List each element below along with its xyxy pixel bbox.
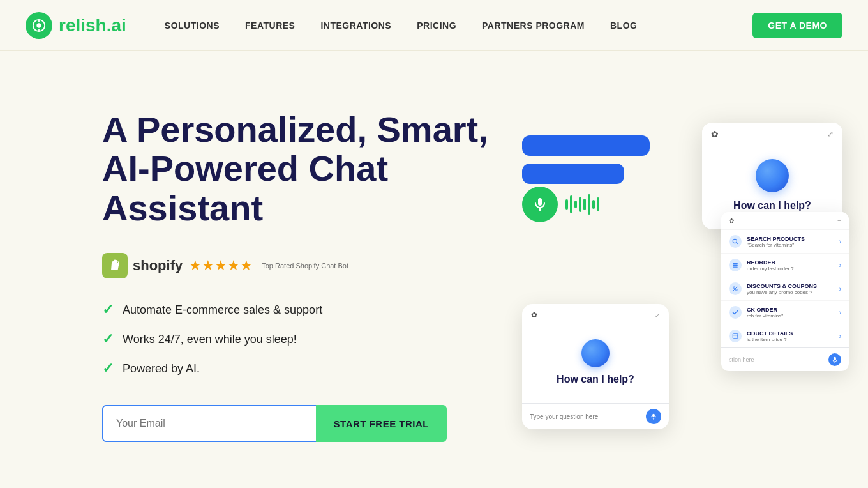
track-menu-icon [729, 306, 742, 319]
menu-mic-button[interactable] [828, 353, 841, 366]
nav-solutions[interactable]: SOLUTIONS [165, 20, 220, 31]
nav-links: SOLUTIONS FEATURES INTEGRATIONS PRICING … [165, 20, 753, 31]
wave-bar-2 [570, 195, 572, 213]
menu-arrow-reorder: › [839, 262, 841, 269]
shopify-logo: shopify [102, 253, 183, 278]
feature-text-3: Powered by AI. [123, 362, 200, 376]
wave-bar-1 [565, 199, 568, 210]
secondary-logo-icon: ✿ [531, 310, 537, 319]
email-input[interactable] [102, 405, 316, 442]
start-trial-button[interactable]: START FREE TRIAL [316, 405, 447, 442]
menu-arrow-discounts: › [839, 286, 841, 293]
svg-rect-10 [733, 264, 738, 266]
svg-rect-9 [733, 263, 738, 264]
logo[interactable]: relish.ai [26, 12, 126, 39]
menu-text-discounts: DISCOUNTS & COUPONS you have any promo c… [747, 283, 839, 295]
wave-bar-6 [588, 194, 590, 215]
shopify-name: shopify [133, 257, 183, 274]
svg-line-8 [737, 243, 738, 244]
expand-icon: ⤢ [827, 130, 834, 139]
chat-bubbles-background [522, 135, 650, 184]
sound-waves [565, 194, 599, 215]
microphone-icon [522, 187, 558, 222]
nav-integrations[interactable]: INTEGRATIONS [320, 20, 391, 31]
shopify-icon [102, 253, 128, 278]
chat-bubble-2 [522, 164, 624, 184]
star-rating: ★★★★★ [189, 257, 253, 274]
menu-text-search: SEARCH PRODUCTS "Search for vitamins" [747, 236, 839, 248]
menu-text-product: ODUCT DETAILS is the item price ? [747, 330, 839, 342]
chat-help-text-main: How can I help? [711, 200, 834, 211]
svg-rect-11 [733, 267, 738, 268]
hero-content: A Personalized, Smart, AI-Powered Chat A… [102, 110, 509, 443]
menu-item-product[interactable]: ODUCT DETAILS is the item price ? › [721, 324, 849, 347]
chat-mic-button[interactable] [646, 409, 661, 424]
chat-menu-header: ✿ − [721, 212, 849, 229]
secondary-header: ✿ ⤢ [522, 304, 669, 326]
discounts-menu-icon [729, 282, 742, 295]
feature-text-2: Works 24/7, even while you sleep! [123, 333, 297, 346]
wave-bar-8 [597, 197, 599, 211]
menu-arrow-track: › [839, 309, 841, 316]
menu-arrow-search: › [839, 238, 841, 245]
secondary-body: How can I help? [522, 326, 669, 403]
chat-type-input[interactable] [530, 413, 641, 420]
nav-pricing[interactable]: PRICING [417, 20, 456, 31]
nav-blog[interactable]: BLOG [610, 20, 637, 31]
svg-line-14 [733, 287, 737, 291]
menu-arrow-product: › [839, 333, 841, 340]
menu-input-bar: stion here [721, 347, 849, 371]
feature-text-1: Automate E-commerce sales & support [123, 303, 322, 317]
nav-features[interactable]: FEATURES [245, 20, 295, 31]
menu-item-track[interactable]: CK ORDER rch for vitamins" › [721, 300, 849, 324]
logo-icon [26, 12, 52, 39]
svg-point-13 [736, 289, 738, 291]
wave-bar-5 [583, 199, 586, 210]
top-rated-label: Top Rated Shopify Chat Bot [262, 261, 348, 270]
svg-rect-17 [834, 357, 836, 361]
shopify-badge: shopify ★★★★★ Top Rated Shopify Chat Bot [102, 253, 509, 278]
hero-section: A Personalized, Smart, AI-Powered Chat A… [0, 51, 868, 488]
get-demo-button[interactable]: GET A DEMO [752, 13, 842, 38]
feature-item-1: ✓ Automate E-commerce sales & support [102, 301, 509, 318]
logo-text: relish.ai [59, 15, 126, 36]
reorder-menu-icon [729, 259, 742, 271]
chat-logo-icon: ✿ [711, 129, 719, 139]
menu-text-reorder: REORDER order my last order ? [747, 259, 839, 271]
svg-rect-5 [538, 198, 542, 206]
chat-help-text-secondary: How can I help? [531, 374, 660, 385]
product-menu-icon [729, 330, 742, 342]
menu-logo-icon: ✿ [729, 217, 734, 224]
hero-title: A Personalized, Smart, AI-Powered Chat A… [102, 110, 509, 228]
feature-list: ✓ Automate E-commerce sales & support ✓ … [102, 301, 509, 377]
svg-rect-19 [652, 414, 655, 418]
ai-orb-main [756, 159, 789, 192]
menu-input-placeholder: stion here [729, 356, 825, 363]
menu-item-search[interactable]: SEARCH PRODUCTS "Search for vitamins" › [721, 229, 849, 253]
chat-menu-widget: ✿ − SEARCH PRODUCTS "Search for vitamins… [721, 212, 849, 371]
svg-point-1 [36, 23, 41, 27]
wave-bar-7 [592, 200, 595, 209]
menu-item-reorder[interactable]: REORDER order my last order ? › [721, 253, 849, 277]
menu-item-discounts[interactable]: DISCOUNTS & COUPONS you have any promo c… [721, 277, 849, 300]
check-icon-3: ✓ [102, 360, 114, 377]
chat-bubble-1 [522, 135, 650, 156]
chat-widget-secondary: ✿ ⤢ How can I help? [522, 304, 669, 429]
check-icon-2: ✓ [102, 331, 114, 347]
wave-bar-4 [579, 197, 581, 212]
chat-input-bar [522, 403, 669, 429]
wave-bar-3 [574, 201, 577, 208]
hero-illustration: ✿ ⤢ How can I help? ✿ − SEARCH PRODUCTS … [509, 123, 842, 429]
menu-collapse-icon: − [837, 217, 841, 224]
email-form: START FREE TRIAL [102, 405, 447, 442]
voice-indicator [522, 187, 599, 222]
svg-point-12 [733, 287, 735, 289]
nav-partners[interactable]: PARTNERS PROGRAM [482, 20, 585, 31]
svg-rect-15 [733, 333, 738, 339]
ai-orb-secondary [581, 339, 610, 367]
navbar: relish.ai SOLUTIONS FEATURES INTEGRATION… [0, 0, 868, 51]
feature-item-2: ✓ Works 24/7, even while you sleep! [102, 331, 509, 347]
secondary-expand-icon: ⤢ [655, 312, 660, 319]
menu-text-track: CK ORDER rch for vitamins" [747, 307, 839, 319]
chat-widget-header: ✿ ⤢ [702, 123, 842, 146]
